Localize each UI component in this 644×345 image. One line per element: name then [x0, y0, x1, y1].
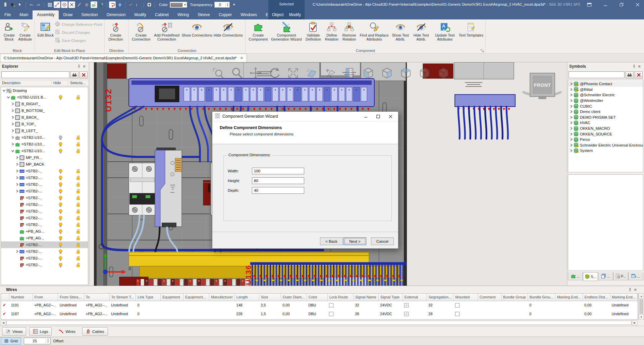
- explorer-tree-row[interactable]: =STB2-U101 B...: [1, 94, 88, 101]
- lock-icon[interactable]: [69, 189, 88, 194]
- wires-column-header[interactable]: Signal Name: [354, 294, 379, 301]
- wires-column-header[interactable]: To Stream T...: [109, 294, 136, 301]
- lock-icon[interactable]: [69, 222, 88, 227]
- explorer-tree-row[interactable]: MP_BACK: [1, 161, 88, 168]
- explorer-tree-row[interactable]: =STB2-...: [1, 174, 88, 181]
- text-templates-button[interactable]: Text Templates: [458, 20, 484, 47]
- wires-column-header[interactable]: External: [402, 294, 427, 301]
- wires-column-header[interactable]: Equipment...: [183, 294, 209, 301]
- lock-icon[interactable]: [69, 182, 88, 187]
- lock-icon[interactable]: [69, 216, 88, 221]
- lock-icon[interactable]: [69, 175, 88, 180]
- visibility-bulb-icon[interactable]: [52, 249, 69, 254]
- explorer-tree-row[interactable]: Drawing: [1, 87, 88, 94]
- wires-table-container[interactable]: NumberFromFrom Strea...ToTo Stream T...L…: [1, 293, 638, 320]
- lock-icon[interactable]: [69, 149, 88, 154]
- viewport-tool-cube-right-icon[interactable]: [383, 68, 391, 78]
- lock-icon[interactable]: [69, 263, 88, 268]
- menu-tab-wiring[interactable]: Wiring: [173, 10, 193, 19]
- visibility-bulb-icon[interactable]: [52, 242, 69, 247]
- wires-column-header[interactable]: Size: [259, 294, 281, 301]
- symbols-panel-tab-box[interactable]: S...: [583, 272, 598, 281]
- visibility-bulb-icon[interactable]: [52, 256, 69, 261]
- symbols-panel-tab-window[interactable]: ...: [628, 272, 643, 280]
- wires-vertical-scrollbar[interactable]: ▲▼: [638, 293, 644, 320]
- explorer-tree-row[interactable]: B_BOTTOM_: [1, 107, 88, 114]
- symbols-panel-tab-puzzle[interactable]: ...: [568, 272, 583, 280]
- explorer-tree-row[interactable]: =STB2-...: [1, 208, 88, 215]
- symbols-panel-tab-page[interactable]: P...: [613, 272, 628, 280]
- explorer-pin-icon[interactable]: [76, 64, 82, 69]
- explorer-col-hide[interactable]: Hide: [51, 80, 68, 86]
- lock-icon[interactable]: [69, 242, 88, 247]
- viewport-tool-cube-left2-icon[interactable]: [439, 68, 448, 78]
- visibility-bulb-icon[interactable]: [52, 169, 69, 174]
- undo-icon[interactable]: [28, 1, 35, 8]
- wires-column-header[interactable]: Bundle Grou...: [528, 294, 555, 301]
- symbols-close-icon[interactable]: ✕: [637, 64, 642, 69]
- symbols-library-row[interactable]: System: [568, 148, 643, 154]
- measure-point-icon[interactable]: [127, 1, 134, 8]
- measure-axis-icon[interactable]: [135, 1, 142, 8]
- wires-column-header[interactable]: Mounted: [453, 294, 478, 301]
- explorer-tree-row[interactable]: B_RIGHT_: [1, 101, 88, 107]
- lock-icon[interactable]: [69, 202, 88, 207]
- wires-column-header[interactable]: Number: [9, 294, 33, 301]
- save-changes-button[interactable]: Save Changes: [55, 38, 102, 44]
- create-connection-button[interactable]: 2 Create Connection: [130, 20, 152, 47]
- select-cursor-icon[interactable]: [17, 1, 23, 8]
- flip-plane-icon[interactable]: [116, 1, 123, 8]
- lock-icon[interactable]: [69, 249, 88, 254]
- cancel-button[interactable]: Cancel: [371, 237, 394, 245]
- wires-column-header[interactable]: From Strea...: [58, 294, 84, 301]
- explorer-tree-row[interactable]: =STB2-...: [1, 194, 88, 201]
- back-button[interactable]: < Back: [320, 237, 343, 245]
- visibility-bulb-icon[interactable]: [52, 229, 69, 234]
- height-field[interactable]: [252, 177, 304, 184]
- symbols-library-row[interactable]: DEMO PRISMA SET: [568, 115, 643, 120]
- viewport-tool-cube-left-icon[interactable]: [364, 68, 373, 78]
- symbols-library-row[interactable]: @Weidmüller: [568, 98, 643, 104]
- symbols-library-row[interactable]: Perso: [568, 137, 643, 142]
- navigation-compass-icon[interactable]: [146, 1, 153, 8]
- cell-checkbox[interactable]: ✓: [404, 312, 409, 316]
- symbols-pin-icon[interactable]: [631, 64, 637, 69]
- visibility-bulb-icon[interactable]: [52, 175, 69, 180]
- visibility-bulb-icon[interactable]: [52, 149, 69, 154]
- menu-tab-assembly[interactable]: Assembly: [33, 10, 59, 19]
- next-button[interactable]: Next >: [343, 237, 366, 245]
- contextual-tab-object[interactable]: Object: [270, 10, 286, 19]
- lock-icon[interactable]: [69, 169, 88, 174]
- power-supply-unit[interactable]: [155, 148, 182, 227]
- lock-icon[interactable]: [69, 236, 88, 241]
- validate-definition-button[interactable]: Validate Definition: [303, 20, 323, 47]
- lock-icon[interactable]: [69, 95, 88, 100]
- cell-checkbox[interactable]: ✓: [404, 303, 409, 307]
- component-generation-wizard-button[interactable]: Component Generation Wizard: [270, 20, 303, 47]
- line-tool-icon[interactable]: [54, 1, 60, 8]
- width-field[interactable]: [252, 168, 304, 174]
- grid-snap-icon[interactable]: [46, 1, 53, 8]
- redo-icon[interactable]: [35, 1, 42, 8]
- select-gear-cursor-icon[interactable]: [9, 1, 16, 8]
- wires-column-header[interactable]: Marking End...: [610, 294, 637, 301]
- wires-column-header[interactable]: Signal Type: [378, 294, 402, 301]
- edit-block-button[interactable]: Edit Block: [36, 20, 55, 47]
- explorer-find-icon[interactable]: [70, 71, 78, 78]
- output-tab-views[interactable]: Views: [2, 327, 26, 336]
- wires-column-header[interactable]: Endless Dist...: [583, 294, 610, 301]
- component-group-dialog-launcher-icon[interactable]: [480, 49, 484, 53]
- create-component-button[interactable]: Create Component: [247, 20, 270, 47]
- wires-pin-icon[interactable]: [627, 287, 633, 292]
- explorer-tree-row[interactable]: =STB2-...: [1, 241, 88, 248]
- output-tab-logs[interactable]: Logs: [29, 327, 52, 336]
- menu-tab-cabinet[interactable]: Cabinet: [151, 10, 173, 19]
- wires-column-header[interactable]: From: [33, 294, 58, 301]
- wires-table-row[interactable]: ✔1187+PB_AG2--...Undefined+PB_AG2--...Un…: [1, 309, 638, 318]
- explorer-tree-row[interactable]: =STB2-...: [1, 201, 88, 208]
- cell-checkbox[interactable]: [329, 312, 333, 316]
- close-button[interactable]: [634, 1, 641, 8]
- visibility-bulb-icon[interactable]: [52, 202, 69, 207]
- visibility-bulb-icon[interactable]: [52, 135, 69, 140]
- update-text-attributes-button[interactable]: A Update Text Attributes: [432, 20, 458, 47]
